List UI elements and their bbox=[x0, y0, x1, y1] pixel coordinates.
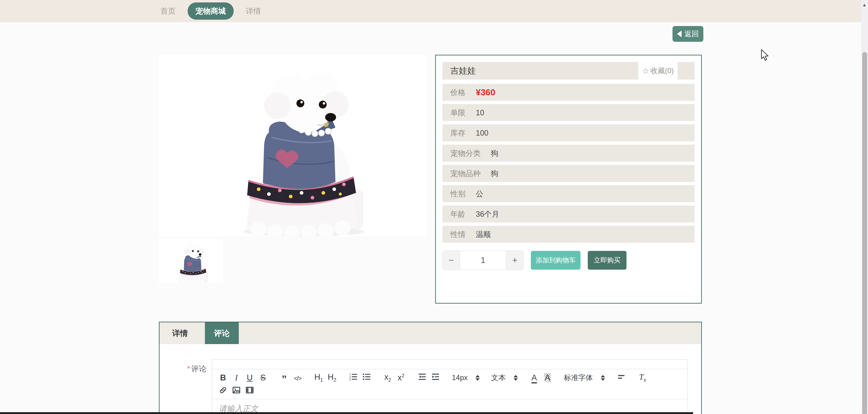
attribute-value: 36个月 bbox=[476, 209, 499, 219]
top-navigation-bar: 首页 宠物商城 详情 bbox=[0, 0, 868, 22]
editor-content-area[interactable]: 请输入正文 bbox=[212, 399, 688, 414]
attribute-value: 狗 bbox=[491, 168, 498, 179]
attribute-label: 单限 bbox=[451, 108, 465, 118]
product-info-panel: 吉娃娃 ☆ 收藏(0) 价格 ¥360 单限 10 库存 100 宠物分类 狗 … bbox=[435, 55, 702, 304]
subscript-button[interactable]: x2 bbox=[381, 371, 394, 384]
back-button-label: 返回 bbox=[684, 29, 699, 39]
format-select-value: 文本 bbox=[491, 373, 506, 383]
attribute-label: 价格 bbox=[451, 88, 465, 97]
code-block-icon: </> bbox=[294, 373, 301, 383]
italic-button[interactable]: I bbox=[230, 371, 243, 384]
underline-button[interactable]: U bbox=[243, 371, 256, 384]
video-button[interactable] bbox=[243, 384, 256, 397]
highlight-color-button[interactable]: A bbox=[541, 371, 554, 384]
attribute-row-gender: 性别 公 bbox=[442, 185, 694, 202]
purchase-row: − + 添加到购物车 立即购买 bbox=[442, 251, 694, 270]
product-thumbnail[interactable] bbox=[159, 239, 223, 283]
attribute-value: 公 bbox=[476, 189, 483, 199]
clear-format-icon: Tx bbox=[639, 373, 646, 383]
font-family-select-value: 标准字体 bbox=[564, 373, 593, 383]
clear-format-button[interactable]: Tx bbox=[636, 371, 649, 384]
video-icon bbox=[245, 386, 254, 396]
toolbar-row-2 bbox=[216, 384, 683, 397]
product-title: 吉娃娃 bbox=[442, 62, 638, 79]
favorite-label: 收藏(0) bbox=[650, 66, 674, 76]
image-button[interactable] bbox=[230, 384, 243, 397]
bold-icon: B bbox=[220, 373, 226, 383]
code-block-button[interactable]: </> bbox=[291, 371, 304, 384]
superscript-icon: x2 bbox=[398, 373, 404, 383]
header-2-icon: H2 bbox=[328, 373, 336, 383]
attribute-label: 宠物品种 bbox=[451, 168, 480, 179]
ordered-list-button[interactable]: 123 bbox=[346, 371, 360, 384]
svg-text:3: 3 bbox=[349, 378, 351, 381]
nav-item-detail[interactable]: 详情 bbox=[246, 6, 261, 16]
superscript-button[interactable]: x2 bbox=[394, 371, 408, 384]
main-nav: 首页 宠物商城 详情 bbox=[160, 0, 261, 22]
format-select[interactable]: 文本 bbox=[489, 371, 520, 384]
header-1-button[interactable]: H1 bbox=[312, 371, 326, 384]
back-button[interactable]: 返回 bbox=[673, 26, 703, 42]
attribute-row-temperament: 性情 温顺 bbox=[442, 226, 694, 243]
updown-arrows-icon bbox=[514, 375, 518, 381]
quantity-stepper: − + bbox=[442, 251, 524, 270]
tab-detail[interactable]: 详情 bbox=[172, 328, 188, 339]
attribute-label: 性别 bbox=[451, 189, 465, 199]
attribute-value: 狗 bbox=[491, 148, 498, 158]
add-to-cart-button[interactable]: 添加到购物车 bbox=[531, 251, 581, 269]
font-size-select[interactable]: 14px bbox=[450, 371, 482, 384]
title-row-spacer bbox=[678, 62, 694, 79]
quantity-increase-button[interactable]: + bbox=[506, 251, 523, 269]
blockquote-button[interactable]: ” bbox=[278, 371, 291, 384]
blockquote-icon: ” bbox=[282, 373, 287, 383]
mouse-cursor bbox=[760, 49, 771, 62]
tab-header: 详情 评论 bbox=[159, 322, 701, 344]
strike-button[interactable]: S bbox=[256, 371, 270, 384]
scroll-up-arrow-icon[interactable]: ▲ bbox=[862, 2, 867, 7]
header-2-button[interactable]: H2 bbox=[326, 371, 339, 384]
strike-icon: S bbox=[260, 373, 266, 383]
underline-icon: U bbox=[247, 373, 253, 383]
required-asterisk: * bbox=[187, 364, 190, 373]
bullet-list-button[interactable] bbox=[360, 371, 373, 384]
text-color-icon: A bbox=[531, 373, 537, 383]
comment-field-label: *评论 bbox=[163, 364, 207, 374]
quantity-decrease-button[interactable]: − bbox=[443, 251, 460, 269]
scrollbar-thumb[interactable] bbox=[862, 52, 867, 414]
quantity-input[interactable] bbox=[460, 251, 506, 269]
align-button[interactable] bbox=[615, 371, 628, 384]
text-color-button[interactable]: A bbox=[528, 371, 541, 384]
bold-button[interactable]: B bbox=[216, 371, 230, 384]
attribute-label: 年龄 bbox=[451, 209, 465, 219]
attribute-row-breed: 宠物品种 狗 bbox=[442, 165, 694, 182]
attribute-value: 温顺 bbox=[476, 229, 491, 240]
buy-now-button[interactable]: 立即购买 bbox=[588, 251, 626, 269]
attribute-value: 100 bbox=[476, 129, 489, 137]
italic-icon: I bbox=[235, 373, 238, 383]
favorite-button[interactable]: ☆ 收藏(0) bbox=[638, 62, 678, 79]
image-icon bbox=[232, 386, 241, 396]
font-family-select[interactable]: 标准字体 bbox=[562, 371, 607, 384]
indent-button[interactable] bbox=[429, 371, 442, 384]
page: 首页 宠物商城 详情 返回 bbox=[0, 0, 868, 414]
attribute-row-age: 年龄 36个月 bbox=[442, 205, 694, 222]
attribute-value: 10 bbox=[476, 108, 484, 117]
editor-toolbar: BIUS”</>H1H2123x2x214px文本AA标准字体Tx bbox=[212, 369, 688, 399]
link-button[interactable] bbox=[216, 384, 230, 397]
attribute-row-stock: 库存 100 bbox=[442, 124, 694, 141]
nav-item-home[interactable]: 首页 bbox=[160, 6, 176, 16]
outdent-icon bbox=[418, 373, 427, 383]
tab-comments[interactable]: 评论 bbox=[205, 322, 239, 344]
outdent-button[interactable] bbox=[415, 371, 429, 384]
updown-arrows-icon bbox=[601, 375, 605, 381]
product-photo bbox=[159, 55, 426, 236]
nav-item-pet-mall[interactable]: 宠物商城 bbox=[188, 2, 234, 20]
page-scrollbar[interactable]: ▲ bbox=[861, 0, 868, 414]
link-icon bbox=[219, 386, 227, 396]
star-icon: ☆ bbox=[642, 66, 649, 76]
font-size-select-value: 14px bbox=[452, 374, 468, 382]
updown-arrows-icon bbox=[475, 375, 480, 381]
header-1-icon: H1 bbox=[314, 373, 323, 383]
attribute-row-price: 价格 ¥360 bbox=[442, 84, 694, 101]
indent-icon bbox=[431, 373, 440, 383]
